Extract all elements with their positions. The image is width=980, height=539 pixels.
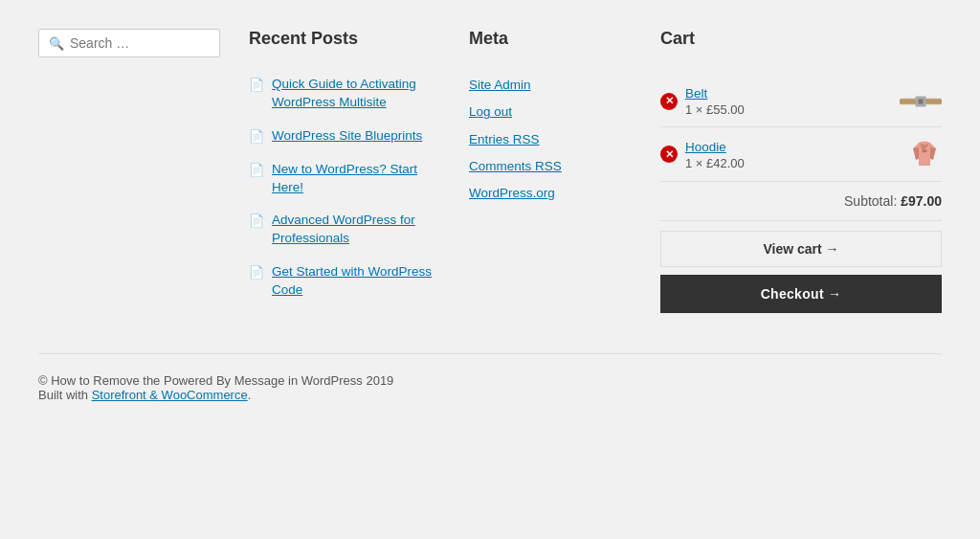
view-cart-button[interactable]: View cart →: [660, 231, 942, 267]
footer-copyright: © How to Remove the Powered By Message i…: [38, 373, 942, 388]
svg-rect-5: [919, 101, 922, 102]
meta-link-wordpress-org[interactable]: WordPress.org: [469, 184, 641, 203]
cart-item-name-hoodie[interactable]: Hoodie: [685, 140, 726, 154]
footer-built-prefix: Built with: [38, 388, 92, 402]
list-item: 📄 Get Started with WordPress Code: [249, 263, 450, 300]
post-icon: 📄: [249, 265, 264, 280]
list-item: 📄 New to WordPress? Start Here!: [249, 161, 450, 197]
svg-rect-3: [918, 99, 924, 104]
cart-item-belt: ✕ Belt 1 × £55.00: [660, 76, 942, 127]
post-icon: 📄: [249, 78, 264, 92]
post-icon: 📄: [249, 163, 264, 177]
footer-built-with: Built with Storefront & WooCommerce.: [38, 388, 942, 402]
svg-rect-4: [919, 100, 922, 101]
search-column: 🔍: [38, 29, 249, 315]
recent-posts-title: Recent Posts: [249, 29, 450, 56]
svg-rect-6: [923, 149, 927, 152]
cart-subtotal: Subtotal: £97.00: [660, 182, 942, 221]
remove-hoodie-button[interactable]: ✕: [660, 146, 678, 163]
meta-link-log-out[interactable]: Log out: [469, 102, 641, 122]
cart-item-name-belt[interactable]: Belt: [685, 86, 707, 101]
post-link[interactable]: New to WordPress? Start Here!: [272, 161, 450, 197]
meta-link-comments-rss[interactable]: Comments RSS: [469, 157, 641, 176]
list-item: 📄 Quick Guide to Activating WordPress Mu…: [249, 76, 450, 112]
cart-column: Cart ✕ Belt 1 × £55.00 ✕ Hoodie 1: [660, 29, 942, 315]
subtotal-label: Subtotal:: [844, 193, 897, 209]
footer-storefront-link[interactable]: Storefront & WooCommerce: [92, 388, 248, 402]
subtotal-value: £97.00: [901, 193, 942, 209]
post-icon: 📄: [249, 213, 264, 228]
post-icon: 📄: [249, 129, 264, 144]
cart-item-qty-belt: 1 × £55.00: [685, 102, 892, 117]
cart-item-info: Hoodie 1 × £42.00: [685, 139, 900, 170]
cart-item-hoodie: ✕ Hoodie 1 × £42.00: [660, 127, 942, 182]
search-icon: 🔍: [49, 36, 64, 51]
post-link[interactable]: Quick Guide to Activating WordPress Mult…: [272, 76, 450, 112]
list-item: 📄 WordPress Site Blueprints: [249, 127, 450, 146]
checkout-button[interactable]: Checkout →: [660, 275, 942, 313]
meta-column: Meta Site Admin Log out Entries RSS Comm…: [469, 29, 660, 315]
footer: © How to Remove the Powered By Message i…: [38, 353, 942, 421]
post-link[interactable]: Get Started with WordPress Code: [272, 263, 450, 300]
meta-title: Meta: [469, 29, 641, 56]
cart-item-qty-hoodie: 1 × £42.00: [685, 156, 900, 170]
meta-link-entries-rss[interactable]: Entries RSS: [469, 130, 641, 149]
belt-image: [900, 88, 942, 115]
cart-item-info: Belt 1 × £55.00: [685, 85, 892, 117]
post-link[interactable]: WordPress Site Blueprints: [272, 127, 422, 146]
meta-link-site-admin[interactable]: Site Admin: [469, 76, 641, 95]
list-item: 📄 Advanced WordPress for Professionals: [249, 212, 450, 248]
search-input[interactable]: [70, 35, 210, 51]
remove-belt-button[interactable]: ✕: [660, 93, 678, 110]
recent-posts-column: Recent Posts 📄 Quick Guide to Activating…: [249, 29, 469, 315]
footer-built-suffix: .: [248, 388, 252, 402]
cart-title: Cart: [660, 29, 942, 56]
hoodie-image: [907, 137, 942, 171]
search-box[interactable]: 🔍: [38, 29, 220, 57]
post-link[interactable]: Advanced WordPress for Professionals: [272, 212, 450, 248]
